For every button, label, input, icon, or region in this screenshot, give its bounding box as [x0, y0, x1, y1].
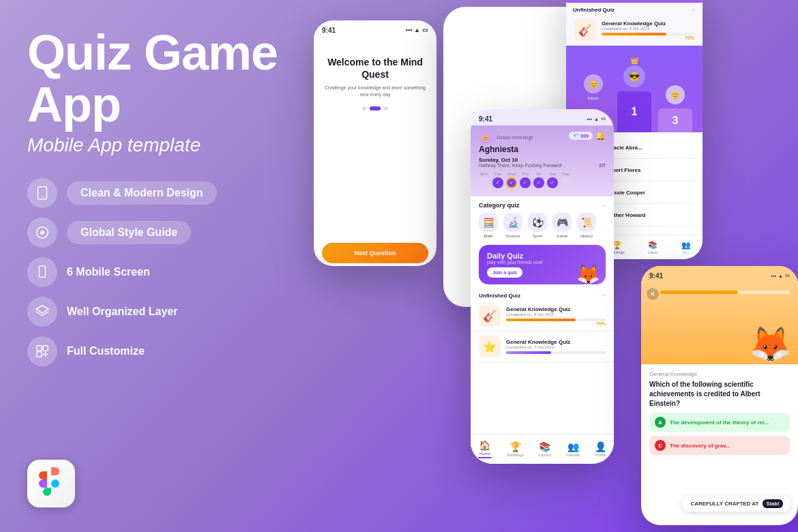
nav-profile[interactable]: 👤 Profile — [595, 441, 606, 457]
phone-welcome: 9:41 ▪▪▪ ▲ ▭ Welcome to the Mind Quest C… — [314, 20, 437, 266]
slab-brand: Slab! — [763, 499, 783, 508]
signal-icon-3: ▪▪▪ — [587, 117, 592, 121]
phone4-pct: 70% — [602, 35, 694, 40]
podium-3rd: 🙂 3 — [658, 85, 692, 132]
fox-mascot: 🦊 — [576, 263, 600, 284]
daily-quiz-banner[interactable]: Daily Quiz play with your friends now! J… — [479, 245, 606, 284]
dot-1 — [362, 106, 366, 110]
close-button[interactable]: ✕ — [647, 288, 659, 300]
nav-library-label: Library — [539, 453, 551, 457]
phone3-days: Mon Tue✓ Wed✓ Thu✓ Fri✓ Sat✓ Sun — [479, 172, 606, 188]
p4-nav-library-label: Library — [648, 250, 658, 254]
cat-history[interactable]: 📜 History — [577, 213, 596, 238]
cat-game[interactable]: 🎮 Game — [552, 213, 572, 238]
answer-c[interactable]: C The discovery of grav... — [649, 436, 790, 455]
phone1-next-button[interactable]: Next Question — [322, 243, 428, 263]
coins-display: 💎 999 — [569, 132, 593, 140]
phone-icon — [35, 186, 50, 201]
feature-list: Clean & Modern Design Global Style Guide… — [27, 178, 286, 366]
nav-home[interactable]: 🏠 Home — [478, 440, 492, 458]
quiz-item-2[interactable]: ⭐ General Knowledge Quiz Completed on: 7… — [471, 331, 614, 362]
phone4-unfinished-title: Unfinished Quiz — [573, 7, 615, 13]
quiz-1-pct: 70% — [506, 321, 606, 326]
svg-rect-7 — [43, 346, 48, 351]
cat-science[interactable]: 🔬 Science — [503, 213, 522, 238]
feature-organized-layer: Well Organized Layer — [27, 297, 286, 327]
status-bar-3: 9:41 ▪▪▪ ▲ ▭ — [471, 109, 614, 125]
quiz-1-info: General Knowledge Quiz Completed on: 8 O… — [506, 306, 606, 326]
nav-friends-label: Friends — [566, 453, 580, 457]
p4-nav-library[interactable]: 📚 Library — [648, 241, 658, 254]
svg-point-3 — [40, 231, 44, 235]
join-quiz-button[interactable]: Join a quiz — [487, 267, 522, 278]
cat-sport-icon: ⚽ — [528, 213, 547, 232]
svg-rect-4 — [39, 266, 45, 278]
quiz-progress-bar — [660, 291, 790, 294]
gem-icon: 💎 — [573, 133, 579, 138]
clean-design-label: Clean & Modern Design — [67, 181, 217, 205]
phone5-category: General Knowledge — [649, 371, 790, 377]
crafted-badge: CAREFULLY CRAFTED AT Slab! — [682, 496, 791, 512]
phone4-quiz-info: General Knowledge Quiz Completed on: 8 O… — [602, 20, 694, 40]
quiz-item-1[interactable]: 🎸 General Knowledge Quiz Completed on: 8… — [471, 301, 614, 331]
podium-1st-avatar: 😎 — [623, 65, 645, 87]
cat-math-label: Math — [484, 234, 492, 238]
quiz-1-title: General Knowledge Quiz — [506, 306, 606, 312]
dot-3 — [384, 106, 388, 110]
nav-rankings[interactable]: 🏆 Rankings — [507, 441, 524, 457]
phone3-category-title: Category quiz — [479, 202, 520, 209]
phone5-header: ✕ 🦊 — [641, 282, 798, 364]
lb-name-7: Esther Howard — [607, 212, 696, 218]
feature-mobile-screen: 6 Mobile Screen — [27, 257, 286, 287]
feature-clean-design: Clean & Modern Design — [27, 178, 286, 208]
library-nav-icon: 📚 — [539, 441, 550, 452]
answer-a-letter: A — [655, 417, 666, 428]
clean-design-icon — [27, 178, 57, 208]
lb-name-6: Bessie Cooper — [607, 190, 696, 196]
feature-customize: Full Customize — [27, 336, 286, 366]
customize-icon — [27, 336, 57, 366]
mobile-screen-label: 6 Mobile Screen — [67, 266, 150, 278]
arrow-right-icon: → — [601, 203, 606, 208]
battery-icon-5: ▭ — [785, 273, 790, 278]
nav-friends[interactable]: 👥 Friends — [566, 441, 580, 457]
see-all-link[interactable]: → — [601, 293, 606, 299]
phone3-username: Aghniesta — [479, 145, 533, 154]
podium-2nd-name: Eileen — [588, 96, 600, 100]
phone3-greeting: 😊 Good morning! — [479, 131, 533, 145]
phone4-quiz-title: General Knowledge Quiz — [602, 20, 694, 27]
cat-game-icon: 🎮 — [552, 213, 572, 232]
nav-library[interactable]: 📚 Library — [539, 441, 551, 457]
phone5-question: Which of the following scientific achiev… — [649, 380, 790, 409]
phone1-subtitle: Challenge your knowledge and learn somet… — [322, 85, 428, 98]
battery-icon-3: ▭ — [601, 116, 606, 121]
p4-nav-friends[interactable]: 👥 Fr... — [681, 241, 691, 254]
crafted-text: CAREFULLY CRAFTED AT — [690, 501, 758, 507]
signal-icon: ▪▪▪ — [406, 27, 413, 33]
answer-a[interactable]: A The development of the theory of rel..… — [649, 413, 790, 432]
cat-science-label: Science — [505, 234, 520, 238]
style-guide-icon — [27, 218, 57, 248]
phone4-quiz-date: Completed on: 8 Oct 2024 — [602, 27, 694, 31]
p4-nav-friends-label: Fr... — [683, 250, 690, 254]
phone5-question-area: General Knowledge Which of the following… — [641, 364, 798, 462]
phone3-motivation: Halfway There, Keep Pushing Forward! — [479, 163, 562, 168]
phones-area: 9:41 ▪▪▪ ▲ ▭ Welcome to the Mind Quest C… — [293, 0, 798, 532]
cat-math[interactable]: 🧮 Math — [479, 213, 498, 238]
day-sun: Sun — [561, 172, 572, 188]
cat-sport[interactable]: ⚽ Sport — [528, 213, 547, 238]
cat-history-icon: 📜 — [577, 213, 596, 232]
mobile-screen-icon — [27, 257, 57, 287]
phone3-categories-section: Category quiz → 🧮 Math 🔬 Science ⚽ Sport… — [471, 196, 614, 241]
phone4-see-all[interactable]: → — [691, 8, 696, 12]
phone1-title: Welcome to the Mind Quest — [322, 56, 428, 80]
day-sat: Sat✓ — [547, 172, 558, 188]
left-panel: Quiz Game App Mobile App template Clean … — [27, 27, 286, 366]
answer-a-text: The development of the theory of rel... — [670, 419, 769, 426]
day-mon: Mon — [479, 172, 490, 188]
lb-name-5: Albert Flores — [607, 167, 696, 173]
organized-layer-label: Well Organized Layer — [67, 306, 177, 318]
podium-2nd-avatar: 😊 — [584, 74, 603, 93]
status-time-3: 9:41 — [479, 115, 492, 123]
phone4-quiz-item[interactable]: 🎸 General Knowledge Quiz Completed on: 8… — [566, 15, 703, 46]
